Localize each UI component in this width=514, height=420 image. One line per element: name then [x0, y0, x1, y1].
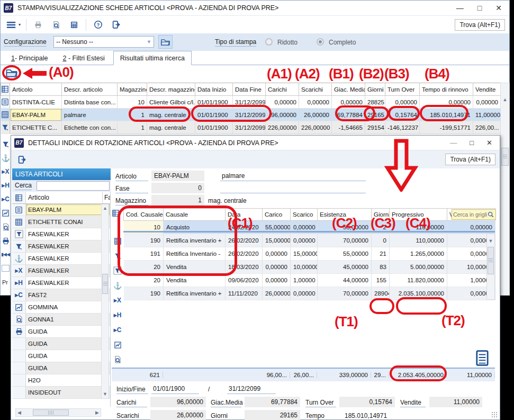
list-item[interactable]: ETICHETTE CONAI	[12, 216, 110, 228]
column-header[interactable]: Progressivo	[390, 209, 447, 221]
list-item[interactable]: EBAY-PALM	[12, 204, 110, 216]
column-header[interactable]: Scarico	[291, 209, 318, 221]
cell[interactable]: 226,00000	[299, 121, 332, 134]
c-icon[interactable]: ▸C	[1, 192, 11, 206]
cell[interactable]: 0,00000	[299, 96, 332, 109]
cell[interactable]: 0,00000	[263, 274, 291, 287]
grid-search-box[interactable]	[452, 209, 496, 220]
chart-icon[interactable]	[114, 337, 122, 352]
table-row[interactable]: 191Rettifica Inventario -26/02/20200,000…	[124, 247, 495, 261]
cell[interactable]: mag. centrale	[147, 109, 195, 121]
cell[interactable]: 31/12/2099	[233, 109, 266, 121]
scroll-down-icon[interactable]: ▼	[102, 390, 109, 398]
column-header[interactable]: Giac. Media	[332, 83, 365, 96]
cell[interactable]: 11,00000	[473, 109, 501, 121]
list-item[interactable]: ▸HFASEWALKER	[12, 277, 110, 289]
cell[interactable]: 0,00000	[332, 96, 365, 109]
list-item[interactable]: H2O	[12, 374, 110, 387]
cell[interactable]: Rettifica Inventario -	[164, 247, 226, 261]
list-item[interactable]: ⚓FASEWALKER	[12, 253, 110, 265]
cell[interactable]: 0,00000	[266, 96, 299, 109]
column-header[interactable]: Data Fine	[233, 83, 266, 96]
preview-icon[interactable]	[1, 220, 11, 234]
find-shortcut[interactable]: Trova (Alt+F1)	[445, 154, 495, 165]
list-item[interactable]: GONNA1	[12, 314, 110, 326]
x-icon[interactable]: ▸X	[12, 265, 26, 276]
list-item[interactable]: ▸XFASEWALKER	[12, 265, 110, 277]
list-item[interactable]: INSIDEOUT	[12, 387, 110, 399]
preview-icon[interactable]	[12, 314, 26, 325]
cell[interactable]: 0,00000	[473, 96, 501, 109]
column-header[interactable]: Carichi	[266, 83, 299, 96]
table-row[interactable]: EBAY-PALMpalmare1mag. centrale01/01/1900…	[1, 109, 501, 121]
cell[interactable]: 29154	[365, 121, 385, 134]
sidebar-vertical-scrollbar[interactable]: ▲ ▼	[101, 204, 109, 399]
table-row[interactable]: 20Vendita18/03/20200,0000010,0000045,000…	[124, 261, 495, 274]
column-header[interactable]: Scarichi	[299, 83, 332, 96]
radio-ridotto[interactable]	[265, 38, 273, 46]
cell[interactable]: Rettifica inventario +	[164, 287, 226, 300]
cell[interactable]: Vendita	[164, 261, 226, 274]
cell[interactable]: 0,00000	[263, 261, 291, 274]
filter-icon[interactable]	[1, 137, 11, 151]
blank-icon[interactable]	[12, 374, 26, 386]
print-preview-icon[interactable]	[50, 19, 62, 31]
cell[interactable]: Rettifica inventario +	[164, 234, 226, 247]
preview-icon[interactable]	[113, 352, 122, 367]
printer-icon[interactable]	[12, 326, 26, 337]
cell[interactable]: 10,00000	[291, 261, 318, 274]
cell[interactable]: 26/02/2020	[226, 247, 263, 261]
main-vertical-scrollbar[interactable]: ▲	[500, 83, 510, 296]
exit-icon[interactable]	[110, 19, 122, 31]
calculator-grid-icon[interactable]	[68, 19, 80, 31]
column-header[interactable]: Magazzino	[118, 83, 147, 96]
cell[interactable]: Etichette con con...	[62, 121, 118, 134]
grid-corner-icon[interactable]	[112, 209, 120, 217]
chart-icon[interactable]	[1, 206, 11, 220]
grid-view-icon[interactable]	[476, 350, 489, 366]
cell[interactable]: 0,15764	[385, 109, 420, 121]
column-header[interactable]: Articolo	[26, 192, 102, 203]
open-results-folder-icon[interactable]	[5, 68, 18, 78]
cell[interactable]: 155	[372, 274, 390, 287]
cell[interactable]: mag. centrale	[147, 121, 195, 134]
blank-icon[interactable]	[12, 362, 26, 374]
maximize-button[interactable]: □	[470, 139, 474, 146]
sidebar-scroll-thumb[interactable]	[102, 274, 108, 294]
cell[interactable]: 18/03/2020	[226, 261, 263, 274]
cell[interactable]: 70,00000	[318, 234, 372, 247]
grid-icon[interactable]	[1, 109, 10, 121]
chevron-down-icon[interactable]: ▼	[147, 39, 151, 44]
h-icon[interactable]: ▸H	[114, 308, 122, 323]
cell[interactable]: 1	[118, 121, 147, 134]
cell[interactable]: 01/01/1900	[195, 109, 233, 121]
printer-icon[interactable]	[1, 234, 11, 248]
anchor-icon[interactable]: ⚓	[113, 278, 122, 293]
cell[interactable]: 11/11/2020	[226, 287, 263, 300]
column-header[interactable]: Tempo di rinnovo	[420, 83, 473, 96]
cell[interactable]: 110,00000	[390, 234, 447, 247]
list-item[interactable]: FASEWALKER	[12, 228, 110, 240]
menu-caret-icon[interactable]: ▾	[19, 22, 21, 27]
list-item[interactable]: FASEWALKER	[12, 240, 110, 253]
column-header[interactable]: Descr. magazzino	[147, 83, 195, 96]
cell[interactable]: 190	[124, 287, 164, 300]
table-row[interactable]: 20Vendita09/06/20200,000001,0000044,0000…	[124, 274, 495, 287]
tab-3[interactable]: Risultati ultima ricerca	[113, 51, 192, 65]
cell[interactable]: 26,00000	[263, 287, 291, 300]
h-icon[interactable]: ▸H	[1, 178, 11, 192]
table-corner-icon[interactable]	[1, 83, 10, 96]
cell[interactable]: 45,00000	[318, 261, 372, 274]
list-item[interactable]: GUIDA	[12, 338, 110, 350]
cell[interactable]: 10	[118, 96, 147, 109]
table-row[interactable]: ETICHETTE C...Etichette con con...1mag. …	[1, 121, 501, 134]
column-header[interactable]: Turn Over	[385, 83, 420, 96]
filter-icon[interactable]	[12, 240, 26, 252]
cell[interactable]: 96,00000	[266, 109, 299, 121]
cell[interactable]: ETICHETTE C...	[10, 121, 62, 134]
cell[interactable]: 1	[118, 109, 147, 121]
cell[interactable]: 0	[372, 234, 390, 247]
scroll-up-icon[interactable]: ▲	[501, 96, 509, 103]
cell[interactable]: 20	[124, 274, 164, 287]
list-item[interactable]: ▸CFAST2	[12, 289, 110, 301]
